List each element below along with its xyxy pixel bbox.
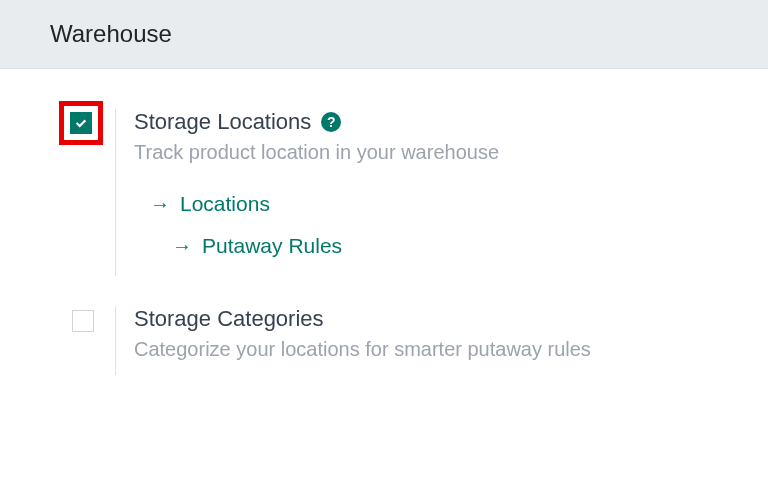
settings-content: Storage Locations ? Track product locati… <box>0 69 768 425</box>
storage-categories-checkbox[interactable] <box>72 310 94 332</box>
arrow-right-icon: → <box>172 235 192 258</box>
setting-storage-locations: Storage Locations ? Track product locati… <box>50 109 718 276</box>
section-title: Warehouse <box>50 20 768 48</box>
setting-title-row: Storage Categories <box>134 306 718 332</box>
arrow-right-icon: → <box>150 193 170 216</box>
setting-body: Storage Locations ? Track product locati… <box>115 109 718 276</box>
locations-link[interactable]: → Locations <box>150 192 718 216</box>
setting-title-row: Storage Locations ? <box>134 109 718 135</box>
storage-locations-checkbox[interactable] <box>70 112 92 134</box>
storage-locations-description: Track product location in your warehouse <box>134 141 718 164</box>
checkbox-area <box>50 109 115 145</box>
putaway-rules-link[interactable]: → Putaway Rules <box>150 234 718 258</box>
storage-locations-links: → Locations → Putaway Rules <box>134 192 718 258</box>
locations-link-label: Locations <box>180 192 270 216</box>
storage-categories-title: Storage Categories <box>134 306 324 332</box>
setting-body: Storage Categories Categorize your locat… <box>115 306 718 375</box>
check-icon <box>74 116 88 130</box>
putaway-rules-link-label: Putaway Rules <box>202 234 342 258</box>
setting-storage-categories: Storage Categories Categorize your locat… <box>50 306 718 375</box>
storage-categories-description: Categorize your locations for smarter pu… <box>134 338 718 361</box>
section-header: Warehouse <box>0 0 768 69</box>
highlight-box <box>59 101 103 145</box>
storage-locations-title: Storage Locations <box>134 109 311 135</box>
help-icon[interactable]: ? <box>321 112 341 132</box>
checkbox-area <box>50 306 115 332</box>
